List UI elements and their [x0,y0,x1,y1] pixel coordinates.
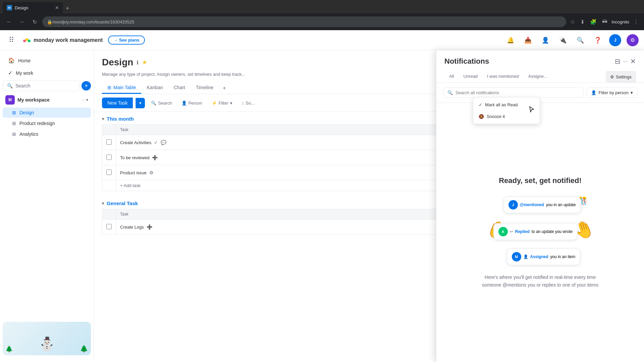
notif-header-actions: ⊟ ··· ✕ [615,57,636,65]
notif-tab-all[interactable]: All [444,71,459,82]
add-action-icon[interactable]: ➕ [152,155,158,160]
notifications-search-input[interactable]: 🔍 [443,87,583,98]
board-info-icon[interactable]: ℹ [137,59,139,66]
row-checkbox-gen[interactable] [106,224,112,229]
sidebar-board-product-redesign[interactable]: ⊞ Product redesign [3,118,91,128]
notif-tab-mentioned[interactable]: I was mentioned [482,71,524,82]
mark-all-label: Mark all as Read [485,102,518,107]
filter-person-label: Filter by person [598,90,629,95]
board-star-icon[interactable]: ★ [142,59,147,66]
app-header: ⠿ monday work management → See plans 🔔 📥… [0,30,644,50]
notifications-search-field[interactable] [455,90,579,95]
notification-dropdown-menu: ✓ Mark all as Read 🔕 Snooze it [473,97,540,124]
tree-icon-2: 🌲 [5,345,13,353]
active-tab[interactable]: M Design ✕ [3,2,63,13]
gen-action-icon[interactable]: ➕ [147,224,152,230]
row-checkbox-3[interactable] [106,170,112,175]
tab-title: Design [15,5,28,10]
integrations-icon[interactable]: 🔌 [557,34,569,46]
sidebar-item-home[interactable]: 🏠 Home [3,55,91,66]
reply-text: Replied [515,229,530,234]
search-button[interactable]: 🔍 Search [148,99,175,108]
settings-icon[interactable]: ⚙ [627,34,639,46]
mention-text: @mentioned [520,202,544,207]
tab-kanban[interactable]: Kanban [141,82,168,94]
mark-all-icon: ✓ [479,102,482,107]
search-notif-icon: 🔍 [447,90,453,95]
mention-suffix: you in an update [546,202,576,207]
notif-tab-settings[interactable]: ⚙ Settings [606,71,636,82]
notif-tab-unread[interactable]: Unread [459,71,482,82]
tab-timeline[interactable]: Timeline [191,82,219,94]
new-tab-button[interactable]: + [63,4,72,13]
sidebar-board-design-label: Design [19,110,34,115]
inbox-icon[interactable]: 📥 [522,34,534,46]
add-view-button[interactable]: + [219,82,230,94]
user-avatar[interactable]: J [609,34,621,46]
group-name-thismonth: This month [107,116,134,122]
settings-action-icon[interactable]: ⚙ [149,170,154,175]
filter-by-person-button[interactable]: 👤 Filter by person ▾ [587,87,637,98]
search-toolbar-label: Search [158,101,172,106]
complete-icon[interactable]: ✓ [154,140,158,145]
task-name: Create Activities [120,140,151,145]
check-col-header [102,125,116,135]
notifications-empty-title: Ready, set, get notified! [499,176,582,185]
dropdown-item-mark-all[interactable]: ✓ Mark all as Read [473,99,540,111]
tab-favicon: M [7,5,12,10]
conversation-icon[interactable]: 💬 [161,140,166,145]
invite-people-icon[interactable]: 👤 [539,34,551,46]
add-task-check [102,180,116,191]
notifications-close-button[interactable]: ✕ [630,57,636,65]
sidebar-search-box[interactable]: 🔍 Search [3,80,79,91]
group-name-general: General Task [107,200,138,206]
notif-tab-assigned[interactable]: Assigne... [524,71,552,82]
refresh-button[interactable]: ↻ [30,17,40,27]
sidebar-add-button[interactable]: + [82,81,91,90]
download-icon[interactable]: ⬇ [579,17,586,26]
notif-settings-icon: ⚙ [610,74,614,79]
dropdown-item-snooze[interactable]: 🔕 Snooze it [473,111,540,122]
menu-icon[interactable]: ⋮ [632,17,640,26]
filter-person-icon: 👤 [591,90,596,95]
workspace-header[interactable]: M My workspace ··· ▾ [0,93,94,107]
notif-tab-all-label: All [449,74,454,79]
search-toolbar-icon: 🔍 [151,101,156,106]
incognito-icon: 🕶 [601,17,609,26]
notifications-bell-icon[interactable]: 🔔 [504,34,517,46]
person-button[interactable]: 👤 Person [178,99,206,108]
tab-chart[interactable]: Chart [168,82,191,94]
search-header-icon[interactable]: 🔍 [574,34,586,46]
notifications-empty-desc: Here's where you'll get notified in real… [477,274,604,289]
filter-button[interactable]: ⚡ Filter ▾ [208,99,236,108]
address-bar[interactable]: 🔒 moodjoy.monday.com/boards/1830420525 [42,16,566,27]
extensions-icon[interactable]: 🧩 [589,17,598,26]
apps-grid-icon[interactable]: ⠿ [5,34,17,46]
notifications-title-row: Notifications ⊟ ··· ✕ [444,57,636,66]
new-task-dropdown-button[interactable]: ▾ [136,98,145,108]
notif-expand-icon[interactable]: ⊟ [615,57,621,65]
notifications-tabs: All Unread I was mentioned Assigne... ⚙ … [444,71,636,82]
main-table-icon: ⊞ [107,85,111,90]
task-actions-2: To be reviewed ➕ [120,155,491,160]
sidebar-item-mywork[interactable]: ✓ My work [3,67,91,79]
sidebar-board-analytics[interactable]: ⊞ Analytics [3,129,91,139]
workspace-more-icon[interactable]: ··· [82,98,85,102]
bookmark-star-icon[interactable]: ☆ [569,17,576,26]
new-task-button[interactable]: New Task [102,98,133,108]
row-checkbox[interactable] [106,139,112,145]
tab-close-button[interactable]: ✕ [55,5,59,10]
assigned-bubble: M 👤 Assigned you in an item [507,248,581,265]
see-plans-button[interactable]: → See plans [108,36,145,45]
help-icon[interactable]: ❓ [592,34,604,46]
row-check-cell-gen [102,220,116,235]
filter-icon: ⚡ [212,101,217,106]
back-button[interactable]: ← [4,17,14,27]
tab-main-table[interactable]: ⊞ Main Table [102,82,141,94]
notif-more-icon[interactable]: ··· [623,58,628,64]
forward-button[interactable]: → [17,17,27,27]
sidebar-board-design[interactable]: ⊞ Design [3,108,91,118]
sort-button[interactable]: ↕ So... [238,99,258,108]
row-checkbox-2[interactable] [106,155,112,160]
notif-tab-unread-label: Unread [463,74,478,79]
